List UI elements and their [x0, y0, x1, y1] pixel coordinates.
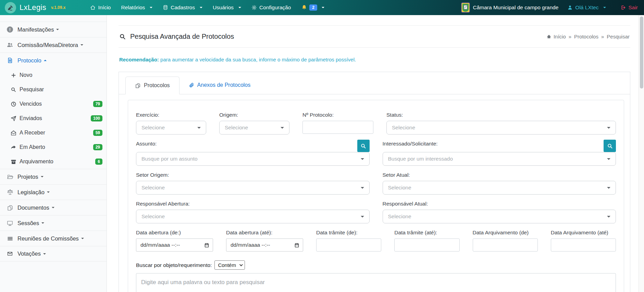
sidebar-subitem-label: Em Aberto — [20, 144, 45, 150]
sidebar-item-documentos[interactable]: Documentos — [0, 200, 107, 215]
sidebar-subitem-em-aberto[interactable]: Em Aberto 29 — [0, 140, 107, 154]
chevron-down-icon — [41, 222, 44, 224]
scrollbar-thumb[interactable] — [640, 16, 643, 89]
user-icon — [567, 5, 573, 10]
objeto-textarea[interactable] — [136, 273, 616, 292]
field-label: Setor Atual: — [383, 172, 616, 178]
nav-item-cadastros[interactable]: Cadastros — [163, 4, 202, 11]
nav-item-relatorios[interactable]: Relatórios — [121, 4, 152, 11]
notifications-dropdown[interactable]: 2 — [301, 4, 324, 11]
data-tramite-ate-input[interactable] — [394, 238, 459, 252]
monitor-icon — [6, 220, 14, 226]
field-label: Setor Origem: — [136, 172, 370, 178]
breadcrumb-home[interactable]: Início — [546, 34, 566, 39]
sidebar-subitem-enviados[interactable]: Enviados 100 — [0, 111, 107, 126]
setor-atual-select[interactable]: Selecione — [383, 181, 616, 195]
sidebar-item-label: Projetos — [17, 174, 38, 180]
sidebar-item-sessoes[interactable]: Sessões — [0, 215, 107, 231]
status-select[interactable]: Selecione — [386, 121, 616, 135]
data-abertura-de-input[interactable]: dd/mm/aaaa --:-- — [136, 238, 213, 252]
document-icon — [6, 57, 14, 63]
count-badge: 59 — [93, 130, 102, 136]
interessado-search-button[interactable] — [604, 140, 616, 152]
sidebar-item-label: Documentos — [17, 205, 49, 211]
objeto-label: Buscar por objeto/requerimento: — [136, 262, 212, 268]
org-block: Câmara Municipal de campo grande — [461, 2, 559, 13]
nav-item-label: Cadastros — [171, 4, 195, 11]
field-status: Status: Selecione — [386, 112, 616, 135]
sidebar-item-projetos[interactable]: Projetos — [0, 169, 107, 184]
recommendation-note: Recomendação: para aumentar a velocidade… — [119, 57, 630, 62]
nav-item-label: Configuração — [259, 4, 291, 11]
sidebar-subitem-arquivamento[interactable]: Arquivamento 6 — [0, 154, 107, 169]
sidebar-item-label: Reuniões de Comissões — [17, 235, 79, 242]
page-header: Pesquisa Avançada de Protocolos Início »… — [119, 25, 630, 48]
data-arquivamento-de-input[interactable] — [473, 238, 538, 252]
chevron-down-icon — [281, 127, 284, 129]
tab-label: Anexos de Protocolos — [197, 82, 251, 88]
count-badge: 6 — [95, 159, 102, 165]
origem-select[interactable]: Selecione — [219, 121, 289, 135]
count-badge: 29 — [93, 144, 102, 150]
tab-anexos[interactable]: Anexos de Protocolos — [179, 76, 260, 94]
logout-label: Sair — [628, 4, 638, 11]
sidebar-subitem-label: Arquivamento — [20, 159, 53, 165]
field-resp-atual: Responsável Atual: Selecione — [383, 201, 616, 223]
sidebar-item-comissao[interactable]: Comissão/MesaDiretora — [0, 37, 107, 52]
match-mode-select[interactable]: Contém — [214, 260, 245, 270]
sidebar-subitem-pesquisar[interactable]: Pesquisar — [0, 82, 107, 97]
field-num-protocolo: Nº Protocolo: — [302, 112, 373, 135]
nav-item-label: Início — [98, 4, 111, 11]
field-data-abertura-de: Data abertura (de:) dd/mm/aaaa --:-- — [136, 230, 213, 252]
data-arquivamento-ate-input[interactable] — [551, 238, 616, 252]
logout-button[interactable]: Sair — [620, 4, 638, 11]
sidebar-subitem-label: A Receber — [20, 130, 45, 136]
field-setor-atual: Setor Atual: Selecione — [383, 172, 616, 195]
nav-item-configuracao[interactable]: Configuração — [251, 4, 291, 11]
scales-icon — [6, 189, 14, 196]
nav-item-inicio[interactable]: Início — [90, 4, 111, 11]
sidebar-item-votacoes[interactable]: Votações — [0, 246, 107, 261]
field-data-arquivamento-de: Data Arquivamento (de) — [473, 230, 538, 252]
scrollbar[interactable] — [639, 15, 644, 292]
sidebar-subitem-a-receber[interactable]: A Receber 59 — [0, 126, 107, 140]
breadcrumb-protocolos[interactable]: Protocolos — [574, 34, 598, 39]
sidebar-subitem-label: Pesquisar — [20, 86, 44, 93]
num-protocolo-input[interactable] — [302, 121, 373, 134]
sidebar-item-legislacao[interactable]: Legislação — [0, 184, 107, 200]
interessado-select[interactable]: Busque por um interessado — [383, 152, 616, 166]
sidebar-subitem-vencidos[interactable]: Vencidos 79 — [0, 97, 107, 111]
tab-nav: Protocolos Anexos de Protocolos — [119, 72, 630, 94]
exercicio-select[interactable]: Selecione — [136, 121, 206, 135]
sidebar-item-protocolo[interactable]: Protocolo — [0, 52, 107, 68]
gears-icon — [251, 5, 257, 10]
field-setor-origem: Setor Origem: Selecione — [136, 172, 370, 195]
brand[interactable]: LxLegis v.1.09.x — [5, 2, 65, 13]
page-title: Pesquisa Avançada de Protocolos — [119, 33, 234, 40]
sign-out-icon — [620, 5, 626, 10]
chevron-down-icon — [361, 216, 364, 218]
envelope-open-icon — [10, 130, 17, 136]
chevron-down-icon — [322, 7, 324, 8]
data-tramite-de-input[interactable] — [316, 238, 381, 252]
sidebar-item-label: Legislação — [17, 189, 45, 196]
resp-atual-select[interactable]: Selecione — [383, 210, 616, 223]
chevron-down-icon — [361, 158, 364, 160]
sidebar-item-label: Votações — [17, 250, 41, 257]
org-name: Câmara Municipal de campo grande — [473, 4, 559, 11]
breadcrumb-pesquisar[interactable]: Pesquisar — [607, 34, 630, 39]
setor-origem-select[interactable]: Selecione — [136, 181, 370, 195]
sidebar-subitem-novo[interactable]: Novo — [0, 68, 107, 82]
user-menu[interactable]: Olá LXtec — [567, 4, 606, 11]
sidebar-item-reunioes[interactable]: Reuniões de Comissões — [0, 231, 107, 246]
breadcrumb-separator: » — [569, 34, 571, 39]
folder-open-icon — [6, 174, 14, 180]
version-label: v.1.09.x — [51, 5, 65, 10]
tab-protocolos[interactable]: Protocolos — [125, 77, 179, 94]
assunto-search-button[interactable] — [357, 140, 370, 152]
nav-item-usuarios[interactable]: Usuários — [213, 4, 241, 11]
resp-abertura-select[interactable]: Selecione — [136, 210, 370, 223]
data-abertura-ate-input[interactable]: dd/mm/aaaa --:-- — [226, 238, 303, 252]
assunto-select[interactable]: Busque por um assunto — [136, 152, 370, 166]
sidebar-item-manifestacoes[interactable]: ! Manifestações — [0, 22, 107, 37]
